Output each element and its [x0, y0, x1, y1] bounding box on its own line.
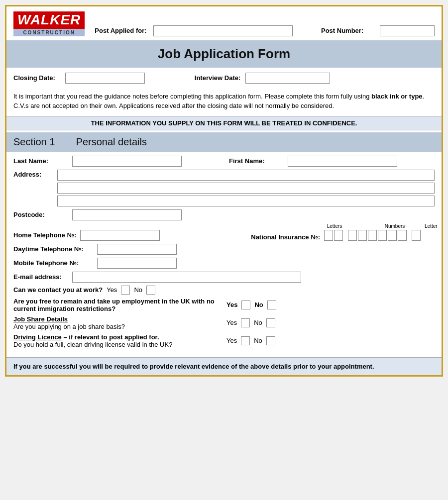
last-name-group: Last Name: [13, 156, 219, 167]
ni-cell-l1[interactable] [324, 230, 333, 241]
yes-label-4: Yes [226, 337, 237, 344]
first-name-input[interactable] [288, 156, 397, 167]
postcode-input[interactable] [72, 209, 182, 220]
ni-group: National Insurance №: Letters Numbers Le… [251, 223, 435, 241]
header: WALKER CONSTRUCTION Post Applied for: Po… [6, 6, 442, 40]
free-employment-label: Are you free to remain and take up emplo… [13, 298, 223, 312]
last-name-label: Last Name: [13, 157, 68, 165]
ni-cell-final[interactable] [412, 230, 421, 241]
contact-work-row: Can we contact you at work? Yes No [13, 286, 435, 295]
address-line2[interactable] [57, 183, 435, 194]
address-line3[interactable] [57, 196, 435, 206]
address-inputs [57, 170, 435, 206]
first-name-group: First Name: [229, 156, 435, 167]
form-body: Last Name: First Name: Address: Postcode… [6, 152, 442, 355]
mobile-tel-row: Mobile Telephone №: [13, 258, 435, 269]
no-label-3: No [254, 319, 262, 326]
job-share-row: Job Share Details Are you applying on a … [13, 315, 435, 330]
postcode-label: Postcode: [13, 211, 68, 218]
ni-cell-n2[interactable] [358, 230, 367, 241]
ni-cell-n5[interactable] [388, 230, 397, 241]
home-tel-input[interactable] [80, 230, 160, 241]
logo-block: WALKER CONSTRUCTION [13, 11, 85, 36]
driving-text-block: Driving Licence – if relevant to post ap… [13, 333, 223, 348]
contact-work-label: Can we contact you at work? [13, 286, 103, 294]
no-label-1: No [134, 286, 142, 294]
mobile-tel-label: Mobile Telephone №: [13, 259, 93, 267]
post-applied-input[interactable] [153, 25, 293, 36]
free-yes-checkbox[interactable] [241, 300, 250, 309]
ni-cell-l2[interactable] [334, 230, 343, 241]
section1-header: Section 1 Personal details [6, 132, 442, 152]
post-applied-label: Post Applied for: [95, 27, 149, 34]
home-tel-group: Home Telephone №: [13, 230, 160, 241]
driving-yesno: Yes No [226, 336, 275, 345]
yes-label-3: Yes [226, 319, 237, 326]
no-label-2: No [254, 301, 263, 308]
ni-letters-header: Letters [324, 223, 345, 229]
info-text: It is important that you read the guidan… [6, 89, 442, 116]
driving-row: Driving Licence – if relevant to post ap… [13, 333, 435, 348]
first-name-label: First Name: [229, 157, 284, 165]
job-share-yesno: Yes No [226, 318, 275, 327]
ni-numbers-header: Numbers [377, 223, 413, 229]
ni-cell-n1[interactable] [348, 230, 357, 241]
post-number-input[interactable] [380, 25, 435, 36]
closing-date-input[interactable] [65, 73, 145, 84]
walker-logo: WALKER [13, 11, 85, 29]
footer-text: If you are successful you will be requir… [13, 362, 435, 372]
post-number-label: Post Number: [321, 27, 376, 34]
ni-cell-n3[interactable] [368, 230, 377, 241]
last-name-input[interactable] [72, 156, 182, 167]
driving-yes-checkbox[interactable] [241, 336, 250, 345]
driving-no-checkbox[interactable] [266, 336, 275, 345]
driving-title: Driving Licence [13, 333, 62, 341]
footer-bar: If you are successful you will be requir… [6, 357, 442, 376]
contact-yes-checkbox[interactable] [121, 286, 130, 295]
email-label: E-mail address: [13, 273, 68, 281]
email-row: E-mail address: [13, 272, 435, 283]
no-label-4: No [254, 337, 262, 344]
ni-cell-n4[interactable] [378, 230, 387, 241]
ni-cells [324, 230, 421, 241]
confidence-text: THE INFORMATION YOU SUPPLY ON THIS FORM … [91, 119, 357, 127]
job-share-sub: Are you applying on a job share basis? [13, 323, 125, 330]
contact-no-checkbox[interactable] [146, 286, 155, 295]
daytime-tel-row: Daytime Telephone №: [13, 244, 435, 255]
bold-ink: black ink or type [371, 93, 423, 100]
ni-letter-header: Letter [425, 223, 435, 229]
address-block: Address: [13, 170, 435, 206]
interview-date-group: Interview Date: [195, 73, 330, 84]
yes-label-1: Yes [107, 286, 117, 294]
address-line1[interactable] [57, 170, 435, 181]
ni-cell-n6[interactable] [398, 230, 407, 241]
postcode-row: Postcode: [13, 209, 435, 220]
dates-row: Closing Date: Interview Date: [6, 68, 442, 89]
application-form: WALKER CONSTRUCTION Post Applied for: Po… [5, 5, 443, 377]
name-row: Last Name: First Name: [13, 156, 435, 167]
info-paragraph: It is important that you read the guidan… [13, 92, 435, 111]
title-bar: Job Application Form [6, 40, 442, 68]
construction-label: CONSTRUCTION [13, 29, 85, 36]
mobile-tel-input[interactable] [97, 258, 177, 269]
jobshare-yes-checkbox[interactable] [241, 318, 250, 327]
section1-title: Section 1 Personal details [13, 136, 435, 148]
email-input[interactable] [72, 272, 301, 283]
yes-label-2: Yes [226, 301, 237, 308]
job-share-title: Job Share Details [13, 315, 68, 323]
jobshare-no-checkbox[interactable] [266, 318, 275, 327]
driving-sub: Do you hold a full, clean driving licens… [13, 341, 172, 348]
free-employment-row: Are you free to remain and take up emplo… [13, 298, 435, 312]
confidence-bar: THE INFORMATION YOU SUPPLY ON THIS FORM … [6, 116, 442, 130]
ni-boxes: Letters Numbers Letter [324, 223, 435, 241]
daytime-tel-label: Daytime Telephone №: [13, 245, 93, 253]
ni-label: National Insurance №: [251, 233, 320, 241]
home-tel-label: Home Telephone №: [13, 231, 76, 239]
driving-text: – if relevant to post applied for. [62, 333, 159, 341]
free-no-checkbox[interactable] [267, 300, 276, 309]
address-label: Address: [13, 170, 53, 178]
interview-date-label: Interview Date: [195, 74, 240, 82]
interview-date-input[interactable] [245, 73, 330, 84]
daytime-tel-input[interactable] [97, 244, 177, 255]
home-ni-row: Home Telephone №: National Insurance №: … [13, 223, 435, 241]
